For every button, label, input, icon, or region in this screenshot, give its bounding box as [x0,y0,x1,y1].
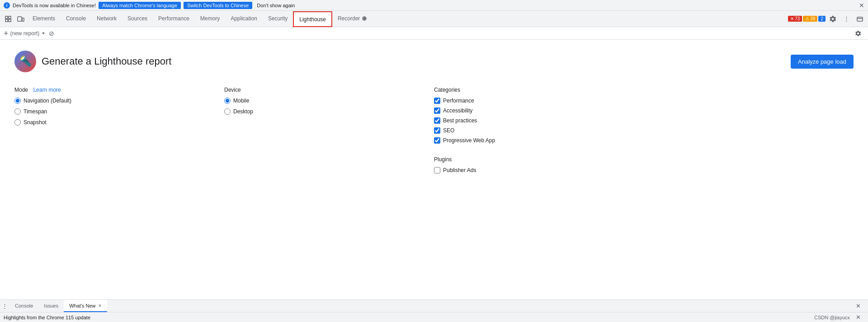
plugin-publisher-ads[interactable]: Publisher Ads [434,167,644,173]
tab-list: Elements Console Network Sources Perform… [27,11,788,27]
device-label: Device [224,87,434,93]
mode-navigation[interactable]: Navigation (Default) [14,98,224,104]
bottom-tabs: Console Issues What's New × [9,300,107,312]
mode-timespan-radio[interactable] [14,108,21,115]
bottom-panel: ⋮ Console Issues What's New × ✕ [0,299,868,312]
tab-network[interactable]: Network [91,11,122,27]
categories-label: Categories [434,87,644,93]
category-seo[interactable]: SEO [434,127,644,134]
warning-badge[interactable]: ⚠ 39 [803,16,817,22]
mode-timespan[interactable]: Timespan [14,108,224,115]
bottom-tab-console[interactable]: Console [9,300,38,312]
tab-recorder[interactable]: Recorder [332,11,373,27]
bottom-tab-issues[interactable]: Issues [38,300,64,312]
plugin-publisher-ads-checkbox[interactable] [434,167,440,173]
mode-radio-group: Navigation (Default) Timespan Snapshot [14,98,224,126]
settings-icon-button[interactable] [826,13,839,25]
category-pwa-checkbox[interactable] [434,137,440,144]
warning-icon: ⚠ [805,16,809,21]
toolbar-row-right [852,27,864,40]
mode-timespan-label: Timespan [24,108,47,115]
tab-lighthouse[interactable]: Lighthouse [293,11,332,27]
learn-more-link[interactable]: Learn more [33,87,61,93]
mode-snapshot-label: Snapshot [24,119,47,126]
devtools-tab-bar: Elements Console Network Sources Perform… [0,11,868,27]
svg-rect-5 [22,18,24,21]
status-right-text: CSDN @jiayucx [814,315,850,320]
category-performance[interactable]: Performance [434,98,644,104]
main-content: 🔦 Generate a Lighthouse report Analyze p… [0,40,868,299]
add-report-button[interactable]: + [4,29,9,37]
device-desktop-radio[interactable] [224,108,231,115]
category-performance-label: Performance [443,98,474,104]
plugins-label: Plugins [434,156,644,163]
category-best-practices[interactable]: Best practices [434,117,644,124]
device-mobile-label: Mobile [233,98,249,104]
category-seo-checkbox[interactable] [434,127,440,134]
bottom-close-button[interactable]: ✕ [852,300,864,313]
match-language-button[interactable]: Always match Chrome's language [99,2,181,9]
bottom-tab-close-button[interactable]: × [99,303,102,309]
tab-sources[interactable]: Sources [122,11,153,27]
svg-rect-1 [9,16,11,19]
mode-navigation-radio[interactable] [14,98,21,104]
lighthouse-header: 🔦 Generate a Lighthouse report Analyze p… [14,51,854,72]
category-best-practices-checkbox[interactable] [434,117,440,124]
mode-navigation-label: Navigation (Default) [24,98,71,104]
mode-section: Mode Learn more Navigation (Default) Tim… [14,87,224,126]
notification-close-button[interactable]: ✕ [859,2,864,9]
device-mobile[interactable]: Mobile [224,98,434,104]
tab-performance[interactable]: Performance [153,11,195,27]
options-row: Mode Learn more Navigation (Default) Tim… [14,87,854,173]
bottom-tab-console-label: Console [15,303,33,308]
notification-bar: i DevTools is now available in Chinese! … [0,0,868,11]
tab-security[interactable]: Security [263,11,293,27]
plugin-publisher-ads-label: Publisher Ads [443,167,476,173]
dont-show-again-link[interactable]: Don't show again [257,3,295,8]
device-desktop-label: Desktop [233,108,253,115]
device-toggle-button[interactable] [14,13,27,25]
bottom-menu-button[interactable]: ⋮ [0,303,9,309]
svg-rect-4 [18,17,22,21]
device-mobile-radio[interactable] [224,98,231,104]
category-performance-checkbox[interactable] [434,98,440,104]
svg-rect-8 [857,17,863,21]
bottom-tab-whats-new[interactable]: What's New × [64,300,107,312]
switch-devtools-button[interactable]: Switch DevTools to Chinese [184,2,252,9]
tab-right-icons: ✕ 73 ⚠ 39 2 ⋮ [788,13,866,25]
category-accessibility-label: Accessibility [443,107,472,114]
device-radio-group: Mobile Desktop [224,98,434,115]
lighthouse-title: Generate a Lighthouse report [42,56,171,67]
mode-label: Mode Learn more [14,87,224,93]
report-selector[interactable]: (new report) [10,30,46,37]
category-pwa[interactable]: Progressive Web App [434,137,644,144]
device-desktop[interactable]: Desktop [224,108,434,115]
toolbar-settings-button[interactable] [852,27,864,40]
tab-memory[interactable]: Memory [195,11,225,27]
category-accessibility[interactable]: Accessibility [434,107,644,114]
tab-elements[interactable]: Elements [27,11,61,27]
more-options-button[interactable]: ⋮ [840,13,853,25]
mode-snapshot[interactable]: Snapshot [14,119,224,126]
mode-snapshot-radio[interactable] [14,119,21,126]
category-seo-label: SEO [443,127,454,134]
clear-button[interactable]: ⊘ [47,29,56,37]
error-badge[interactable]: ✕ 73 [788,16,802,22]
info-badge[interactable]: 2 [818,16,826,22]
plugins-section: Plugins Publisher Ads [434,156,644,173]
status-close-button[interactable]: ✕ [852,311,864,322]
report-selector-label: (new report) [10,30,40,37]
tab-application[interactable]: Application [225,11,263,27]
svg-rect-0 [5,16,8,19]
status-message: Highlights from the Chrome 115 update [4,315,90,320]
undock-button[interactable] [854,13,866,25]
category-accessibility-checkbox[interactable] [434,107,440,114]
bottom-right: ✕ [852,300,868,313]
tab-console[interactable]: Console [61,11,91,27]
categories-section: Categories Performance Accessibility Bes… [434,87,644,173]
toolbar-row: + (new report) ⊘ [0,27,868,40]
inspect-icon-button[interactable] [2,13,14,25]
analyze-button[interactable]: Analyze page load [791,55,854,69]
plugins-checkbox-group: Publisher Ads [434,167,644,173]
info-icon: i [4,2,10,9]
